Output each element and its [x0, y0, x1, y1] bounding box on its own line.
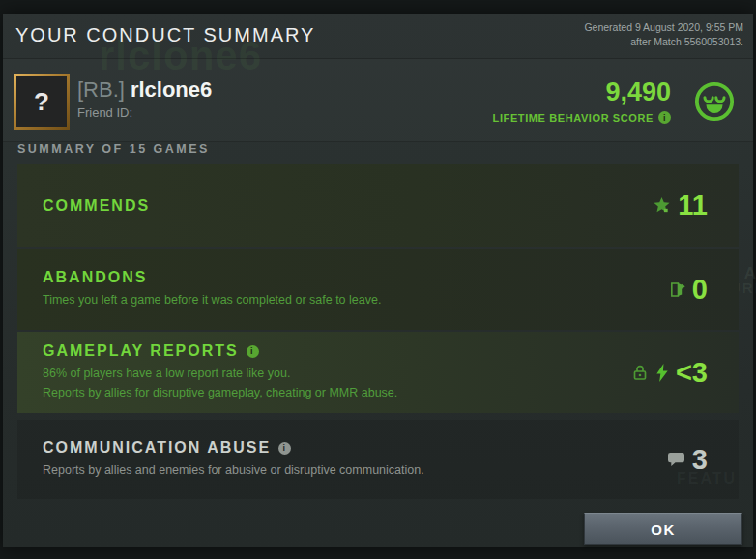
communication-abuse-count: 3 — [692, 446, 708, 474]
communication-abuse-title-text: COMMUNICATION ABUSE — [43, 439, 271, 456]
gameplay-reports-subtitle-1: 86% of players have a low report rate li… — [43, 365, 631, 383]
avatar-placeholder-icon: ? — [16, 76, 67, 127]
commends-text: COMMENDS — [17, 197, 653, 215]
gameplay-reports-value: <3 — [631, 359, 739, 387]
chat-bubble-icon — [667, 452, 685, 468]
gameplay-reports-row: GAMEPLAY REPORTS i 86% of players have a… — [17, 332, 739, 413]
abandon-door-icon — [669, 281, 685, 298]
commends-count: 11 — [678, 191, 708, 220]
communication-abuse-subtitle: Reports by allies and enemies for abusiv… — [43, 461, 667, 480]
info-icon[interactable]: i — [658, 111, 671, 124]
abandons-subtitle: Times you left a game before it was comp… — [43, 291, 669, 309]
clan-tag: [RB.] — [77, 77, 125, 102]
gameplay-reports-title: GAMEPLAY REPORTS i — [43, 342, 631, 360]
player-name-line: [RB.]rlclone6 — [77, 77, 212, 103]
generated-line2: after Match 5560053013. — [584, 35, 743, 49]
generated-timestamp: Generated 9 August 2020, 9:55 PM after M… — [584, 20, 743, 48]
gameplay-reports-count: <3 — [676, 359, 708, 387]
communication-abuse-row: COMMUNICATION ABUSE i Reports by allies … — [17, 420, 739, 499]
page-title: YOUR CONDUCT SUMMARY — [15, 24, 315, 46]
friend-id-label: Friend ID: — [77, 105, 132, 120]
commends-value: 11 — [653, 191, 739, 220]
communication-abuse-value: 3 — [667, 446, 739, 474]
behavior-score-label-text: LIFETIME BEHAVIOR SCORE — [493, 112, 654, 124]
commends-row: COMMENDS 11 — [17, 164, 739, 247]
generated-line1: Generated 9 August 2020, 9:55 PM — [584, 20, 743, 35]
gameplay-reports-text: GAMEPLAY REPORTS i 86% of players have a… — [17, 342, 631, 402]
player-name: rlclone6 — [131, 77, 212, 102]
info-icon[interactable]: i — [247, 345, 259, 358]
player-avatar[interactable]: ? — [14, 74, 70, 130]
behavior-score-value: 9,490 — [493, 79, 671, 105]
info-icon[interactable]: i — [278, 442, 291, 455]
summary-heading: SUMMARY OF 15 GAMES — [17, 142, 210, 156]
conduct-summary-screen: rlclone6 CHOOSE A HE ATURI FEATU YOUR CO… — [0, 0, 756, 559]
abandons-value: 0 — [669, 276, 739, 304]
gameplay-reports-title-text: GAMEPLAY REPORTS — [43, 342, 239, 360]
communication-abuse-title: COMMUNICATION ABUSE i — [43, 439, 667, 456]
commends-title-text: COMMENDS — [43, 197, 150, 215]
abandons-row: ABANDONS Times you left a game before it… — [17, 249, 739, 330]
happy-face-icon — [694, 81, 735, 122]
abandons-title-text: ABANDONS — [43, 269, 147, 286]
behavior-score-label: LIFETIME BEHAVIOR SCORE i — [493, 111, 671, 124]
abandons-count: 0 — [692, 276, 708, 304]
gameplay-reports-subtitle-2: Reports by allies for disruptive gamepla… — [43, 384, 631, 402]
lock-icon — [631, 364, 649, 381]
lightning-icon — [655, 364, 669, 382]
abandons-text: ABANDONS Times you left a game before it… — [17, 269, 669, 309]
communication-abuse-text: COMMUNICATION ABUSE i Reports by allies … — [17, 439, 667, 480]
commend-star-icon — [653, 196, 671, 215]
ok-button[interactable]: OK — [584, 513, 742, 545]
commends-title: COMMENDS — [43, 197, 653, 215]
abandons-title: ABANDONS — [43, 269, 669, 286]
behavior-score-block: 9,490 LIFETIME BEHAVIOR SCORE i — [493, 79, 671, 124]
